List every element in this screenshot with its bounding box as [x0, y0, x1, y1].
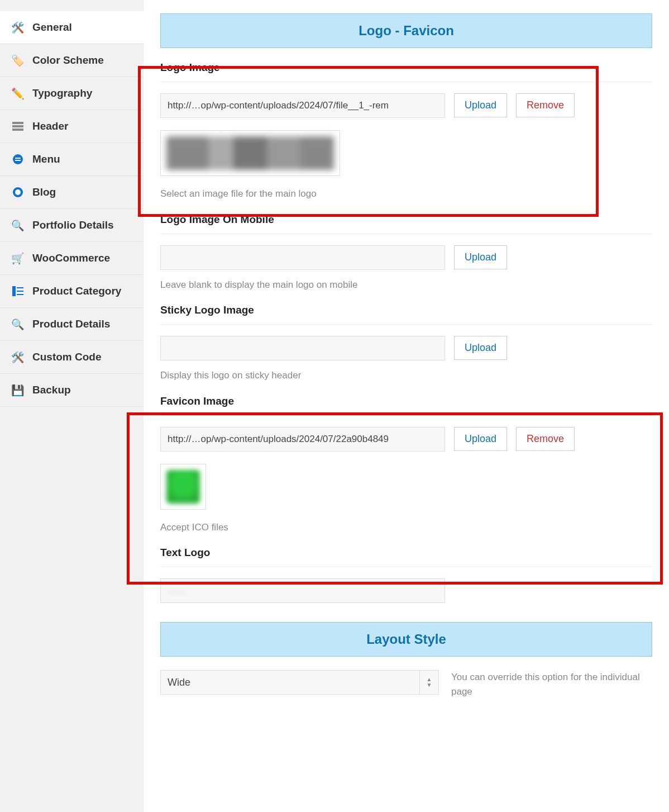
svg-rect-0 — [12, 122, 23, 124]
cart-icon: 🛒 — [11, 251, 25, 265]
logo-image-help: Select an image file for the main logo — [160, 187, 361, 201]
svg-rect-1 — [12, 125, 23, 127]
section-header-layout-style: Layout Style — [160, 622, 652, 657]
sidebar-item-backup[interactable]: 💾Backup — [0, 374, 144, 407]
save-icon: 💾 — [11, 383, 25, 397]
sidebar-item-custom-code[interactable]: 🛠️Custom Code — [0, 341, 144, 374]
sidebar-item-menu[interactable]: Menu — [0, 143, 144, 176]
tools-icon: 🛠️ — [11, 350, 25, 364]
sidebar-item-label: Typography — [32, 87, 92, 99]
search-icon: 🔍 — [11, 317, 25, 331]
sticky-logo-input[interactable] — [160, 336, 445, 360]
sidebar-item-label: Blog — [32, 186, 56, 198]
sidebar-item-portfolio-details[interactable]: 🔍Portfolio Details — [0, 209, 144, 242]
sidebar-item-label: Product Details — [32, 318, 110, 330]
sidebar-item-header[interactable]: Header — [0, 110, 144, 143]
logo-mobile-upload-button[interactable]: Upload — [454, 245, 507, 269]
sidebar-item-label: Color Scheme — [32, 54, 104, 67]
paint-icon: 🏷️ — [11, 54, 25, 67]
list-icon — [11, 284, 25, 298]
sticky-logo-label: Sticky Logo Image — [160, 304, 652, 316]
text-logo-input[interactable] — [160, 578, 445, 603]
svg-rect-11 — [17, 294, 23, 295]
sidebar-item-product-details[interactable]: 🔍Product Details — [0, 308, 144, 341]
logo-mobile-input[interactable] — [160, 245, 445, 270]
sidebar-item-label: Backup — [32, 384, 71, 396]
logo-image-remove-button[interactable]: Remove — [516, 93, 575, 117]
section-header-logo-favicon: Logo - Favicon — [160, 13, 652, 48]
svg-point-7 — [15, 189, 21, 195]
layout-icon — [11, 120, 25, 133]
sidebar-item-label: Menu — [32, 153, 60, 165]
svg-rect-2 — [12, 129, 23, 131]
sidebar-item-label: WooCommerce — [32, 252, 110, 264]
sticky-logo-help: Display this logo on sticky header — [160, 368, 361, 383]
settings-sidebar: 🛠️General 🏷️Color Scheme ✏️Typography He… — [0, 0, 144, 812]
logo-image-label: Logo Image — [160, 61, 652, 74]
text-logo-label: Text Logo — [160, 547, 652, 559]
sidebar-item-label: Product Category — [32, 285, 121, 297]
logo-image-upload-button[interactable]: Upload — [454, 93, 507, 117]
favicon-help: Accept ICO files — [160, 520, 361, 535]
logo-image-preview — [160, 130, 340, 176]
sidebar-item-typography[interactable]: ✏️Typography — [0, 77, 144, 110]
layout-select[interactable]: Wide — [160, 670, 439, 695]
sidebar-item-woocommerce[interactable]: 🛒WooCommerce — [0, 242, 144, 275]
sidebar-item-label: General — [32, 21, 72, 34]
wrench-icon: 🛠️ — [11, 21, 25, 34]
logo-mobile-label: Logo Image On Mobile — [160, 213, 652, 226]
favicon-preview — [160, 464, 206, 510]
logo-image-input[interactable] — [160, 93, 445, 118]
main-panel: Logo - Favicon Logo Image Upload Remove … — [144, 0, 669, 812]
favicon-upload-button[interactable]: Upload — [454, 427, 507, 451]
pencil-icon: ✏️ — [11, 87, 25, 100]
sidebar-item-label: Custom Code — [32, 351, 102, 363]
sidebar-item-general[interactable]: 🛠️General — [0, 11, 144, 44]
svg-rect-4 — [15, 158, 21, 159]
sidebar-item-label: Header — [32, 120, 68, 132]
favicon-label: Favicon Image — [160, 395, 652, 407]
menu-circle-icon — [11, 153, 25, 166]
sticky-logo-upload-button[interactable]: Upload — [454, 336, 507, 360]
logo-mobile-help: Leave blank to display the main logo on … — [160, 278, 361, 292]
sidebar-item-blog[interactable]: Blog — [0, 176, 144, 209]
svg-rect-10 — [17, 291, 23, 292]
layout-help: You can override this option for the ind… — [451, 670, 652, 699]
svg-rect-8 — [12, 286, 16, 296]
globe-icon — [11, 186, 25, 199]
svg-rect-9 — [17, 287, 23, 288]
search-icon: 🔍 — [11, 219, 25, 232]
sidebar-item-product-category[interactable]: Product Category — [0, 275, 144, 308]
sidebar-item-label: Portfolio Details — [32, 219, 114, 231]
svg-point-3 — [13, 154, 23, 164]
sidebar-item-color-scheme[interactable]: 🏷️Color Scheme — [0, 44, 144, 77]
favicon-input[interactable] — [160, 427, 445, 452]
svg-rect-5 — [15, 160, 21, 161]
favicon-remove-button[interactable]: Remove — [516, 427, 575, 451]
